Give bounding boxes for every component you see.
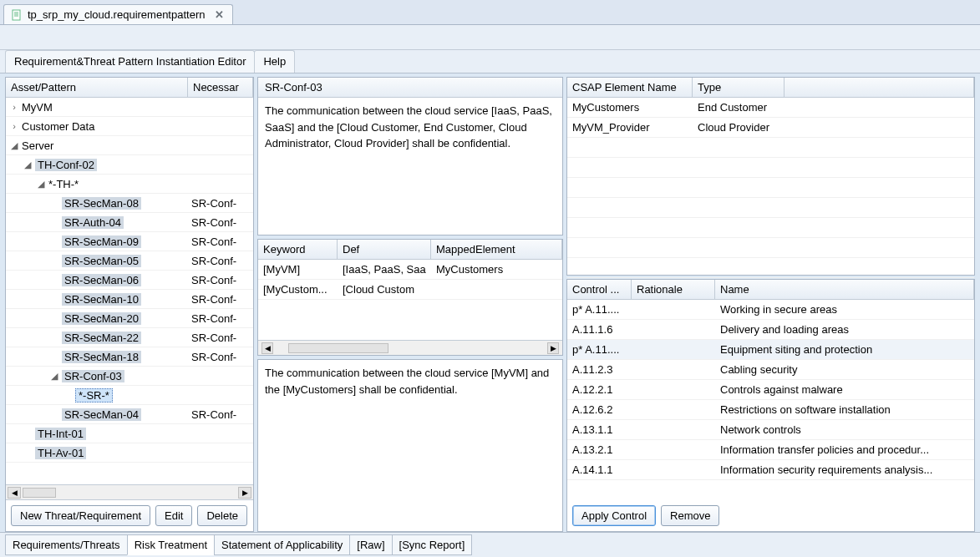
keyword-hscrollbar[interactable]: ◀ ▶ — [258, 340, 562, 355]
control-cell-id: p* A.11.... — [567, 303, 632, 316]
instantiated-text: The communication between the cloud serv… — [258, 360, 562, 403]
tab-sync-report[interactable]: [Sync Report] — [392, 534, 473, 555]
tree-row[interactable]: TH-Av-01 — [6, 443, 253, 463]
file-tab[interactable]: tp_srp_my_cloud.requirementpattern ✕ — [3, 4, 233, 24]
scroll-thumb[interactable] — [23, 488, 56, 498]
svg-rect-0 — [13, 10, 20, 20]
keyword-table-body[interactable]: [MyVM][IaaS, PaaS, SaaMyCustomers[MyCust… — [258, 260, 562, 300]
remove-button[interactable]: Remove — [661, 505, 719, 526]
new-threat-requirement-button[interactable]: New Threat/Requirement — [11, 505, 150, 526]
tree-row[interactable]: ›MyVM — [6, 98, 253, 117]
col-necessary[interactable]: Necessar — [188, 78, 253, 97]
tree-row[interactable]: SR-SecMan-20SR-Conf- — [6, 309, 253, 328]
expander-open-icon[interactable]: ◢ — [23, 160, 33, 170]
scroll-right-icon[interactable]: ▶ — [547, 342, 559, 354]
col-csap-type[interactable]: Type — [693, 78, 785, 97]
csap-cell-name: MyVM_Provider — [567, 121, 693, 134]
tree-row-label: SR-Conf-03 — [62, 370, 124, 382]
tree-row[interactable]: SR-SecMan-22SR-Conf- — [6, 328, 253, 347]
control-row[interactable]: A.13.1.1Network controls — [567, 420, 974, 440]
control-row[interactable]: A.14.1.1Information security requirement… — [567, 460, 974, 480]
tree-row-necessary: SR-Conf- — [188, 216, 248, 229]
csap-row-empty — [567, 238, 974, 258]
csap-row[interactable]: MyCustomersEnd Customer — [567, 98, 974, 118]
tree-row-label: SR-SecMan-09 — [62, 235, 141, 248]
control-row[interactable]: A.12.6.2Restrictions on software install… — [567, 400, 974, 420]
keyword-cell-keyword: [MyCustom... — [258, 283, 338, 296]
tree-row[interactable]: ◢TH-Conf-02 — [6, 155, 253, 175]
control-row[interactable]: p* A.11....Working in secure areas — [567, 300, 974, 320]
tree-row[interactable]: SR-SecMan-06SR-Conf- — [6, 271, 253, 290]
control-cell-id: p* A.11.... — [567, 343, 632, 356]
scroll-thumb[interactable] — [288, 343, 388, 353]
col-keyword[interactable]: Keyword — [258, 240, 338, 259]
tree-row[interactable]: SR-SecMan-09SR-Conf- — [6, 232, 253, 251]
tab-risk-treatment[interactable]: Risk Treatment — [127, 534, 215, 555]
tree-row[interactable]: *-SR-* — [6, 386, 253, 405]
tree-row[interactable]: ›Customer Data — [6, 117, 253, 136]
expander-closed-icon[interactable]: › — [9, 121, 19, 131]
tab-statement-of-applicability[interactable]: Statement of Applicability — [214, 534, 350, 555]
apply-control-button[interactable]: Apply Control — [572, 505, 656, 526]
scroll-left-icon[interactable]: ◀ — [8, 487, 21, 499]
tree-row[interactable]: TH-Int-01 — [6, 424, 253, 443]
expander-open-icon[interactable]: ◢ — [36, 179, 46, 190]
col-csap-name[interactable]: CSAP Element Name — [567, 78, 693, 97]
tree-row-label: MyVM — [22, 101, 53, 114]
scroll-left-icon[interactable]: ◀ — [262, 342, 273, 354]
tree-row-label: SR-SecMan-06 — [62, 274, 141, 286]
tree-row[interactable]: SR-SecMan-10SR-Conf- — [6, 290, 253, 309]
tree-row-necessary: SR-Conf- — [188, 408, 248, 421]
menubar: Requirement&Threat Pattern Instantiation… — [0, 50, 980, 73]
control-row[interactable]: A.11.1.6Delivery and loading areas — [567, 320, 974, 340]
expander-closed-icon[interactable]: › — [9, 102, 19, 112]
expander-open-icon[interactable]: ◢ — [49, 371, 59, 382]
csap-row[interactable]: MyVM_ProviderCloud Provider — [567, 118, 974, 138]
tree-row[interactable]: ◢*-TH-* — [6, 175, 253, 194]
tree-row-label: Server — [22, 139, 53, 152]
col-def[interactable]: Def — [338, 240, 431, 259]
keyword-cell-def: [IaaS, PaaS, Saa — [338, 263, 431, 276]
col-mapped-element[interactable]: MappedElement — [431, 240, 562, 259]
edit-button[interactable]: Edit — [155, 505, 192, 526]
menu-editor[interactable]: Requirement&Threat Pattern Instantiation… — [5, 50, 255, 73]
csap-row-empty — [567, 178, 974, 198]
tab-raw[interactable]: [Raw] — [349, 534, 392, 555]
control-row[interactable]: A.13.2.1Information transfer policies an… — [567, 440, 974, 460]
close-icon[interactable]: ✕ — [215, 8, 224, 21]
csap-table-body[interactable]: MyCustomersEnd CustomerMyVM_ProviderClou… — [567, 98, 974, 278]
keyword-cell-mapped: MyCustomers — [431, 263, 562, 276]
control-cell-name: Information security requirements analys… — [715, 463, 974, 476]
control-cell-id: A.14.1.1 — [567, 463, 632, 476]
tree-hscrollbar[interactable]: ◀ ▶ — [6, 484, 253, 499]
expander-open-icon[interactable]: ◢ — [9, 140, 19, 151]
tree-row[interactable]: ◢Server — [6, 136, 253, 155]
menu-help[interactable]: Help — [254, 50, 295, 73]
tree-row-label: TH-Conf-02 — [35, 159, 97, 171]
keyword-row[interactable]: [MyVM][IaaS, PaaS, SaaMyCustomers — [258, 260, 562, 280]
tree-row-necessary: SR-Conf- — [188, 255, 248, 267]
tree-row-necessary: SR-Conf- — [188, 351, 248, 363]
asset-tree[interactable]: ›MyVM›Customer Data◢Server◢TH-Conf-02◢*-… — [6, 98, 253, 484]
tree-row[interactable]: SR-SecMan-08SR-Conf- — [6, 194, 253, 213]
keyword-row[interactable]: [MyCustom...[Cloud Custom — [258, 280, 562, 300]
tree-row[interactable]: ◢SR-Conf-03 — [6, 367, 253, 386]
tree-row[interactable]: SR-Auth-04SR-Conf- — [6, 213, 253, 232]
col-control[interactable]: Control ... — [567, 280, 632, 299]
control-table-body[interactable]: p* A.11....Working in secure areasA.11.1… — [567, 300, 974, 500]
tree-row[interactable]: SR-SecMan-05SR-Conf- — [6, 251, 253, 271]
control-row[interactable]: A.12.2.1Controls against malware — [567, 380, 974, 400]
col-csap-extra[interactable] — [785, 78, 974, 97]
control-cell-name: Network controls — [715, 423, 974, 436]
tree-row[interactable]: SR-SecMan-04SR-Conf- — [6, 405, 253, 424]
delete-button[interactable]: Delete — [197, 505, 247, 526]
tree-row-necessary: SR-Conf- — [188, 235, 248, 248]
col-control-name[interactable]: Name — [715, 280, 974, 299]
scroll-right-icon[interactable]: ▶ — [238, 487, 251, 499]
control-row[interactable]: A.11.2.3Cabling security — [567, 360, 974, 380]
tree-row[interactable]: SR-SecMan-18SR-Conf- — [6, 347, 253, 367]
col-asset-pattern[interactable]: Asset/Pattern — [6, 78, 188, 97]
control-row[interactable]: p* A.11....Equipment siting and protecti… — [567, 340, 974, 360]
col-rationale[interactable]: Rationale — [632, 280, 715, 299]
tab-requirements-threats[interactable]: Requirements/Threats — [5, 534, 128, 555]
